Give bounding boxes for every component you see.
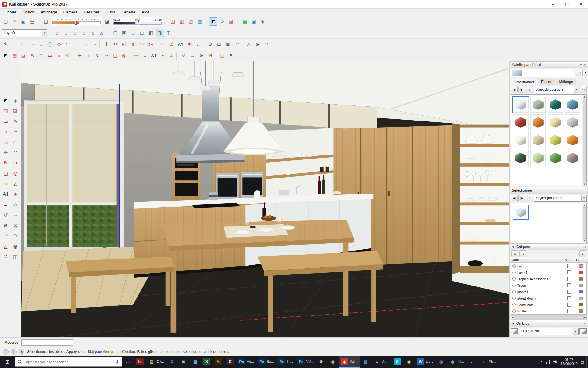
- layer-active-radio[interactable]: [512, 271, 516, 274]
- layer-active-radio[interactable]: [512, 309, 516, 313]
- dimension-icon[interactable]: ↔: [141, 52, 149, 60]
- follow-me-icon[interactable]: ↪: [138, 40, 146, 48]
- two-point-arc-icon[interactable]: ◝: [73, 40, 81, 48]
- zoom-window-icon[interactable]: ⊞: [215, 40, 223, 48]
- move-icon[interactable]: ✛: [102, 40, 111, 48]
- taskbar-app-icon[interactable]: ◆ Kal...: [339, 356, 360, 368]
- taskbar-app-icon[interactable]: ▨: [360, 356, 371, 368]
- taskbar-app-icon[interactable]: Ps Sa...: [256, 356, 276, 368]
- select-tool-icon[interactable]: ◤: [1, 96, 10, 105]
- remove-layer-button[interactable]: ⊖: [519, 250, 526, 257]
- section-cuts-icon[interactable]: ▥: [178, 17, 186, 26]
- status-help-icon[interactable]: ?: [3, 349, 9, 355]
- rectangle-icon[interactable]: ▭: [19, 40, 28, 48]
- layer-visible-checkbox[interactable]: [567, 296, 571, 300]
- menu-item[interactable]: Aide: [138, 9, 153, 15]
- layer-row[interactable]: Great Room: [511, 295, 586, 301]
- minimize-button[interactable]: –: [546, 0, 560, 8]
- back-button[interactable]: ◀: [511, 195, 518, 201]
- viewport-3d-scene[interactable]: [21, 61, 509, 337]
- layer-color-swatch[interactable]: [579, 309, 583, 313]
- eraser-icon[interactable]: ◪: [11, 106, 20, 116]
- section-plane-icon[interactable]: ◫: [218, 52, 226, 60]
- taskbar-app-icon[interactable]: ◍: [435, 356, 447, 368]
- orbit-icon[interactable]: ↺: [218, 17, 226, 26]
- taskbar-app-icon[interactable]: ◑ Ph...: [478, 356, 498, 368]
- chevron-down-icon[interactable]: ▼: [574, 86, 579, 93]
- menu-item[interactable]: Dessiner: [81, 9, 102, 15]
- layer-color-swatch[interactable]: [579, 303, 583, 306]
- 3d-text-icon[interactable]: A: [11, 200, 20, 209]
- layer-active-radio[interactable]: [512, 290, 516, 293]
- scroll-up-icon[interactable]: ∧: [584, 71, 587, 75]
- rotate-icon[interactable]: ↻: [93, 52, 102, 60]
- layer-color-swatch[interactable]: [579, 277, 583, 281]
- tab-selectionner[interactable]: Sélectionner: [511, 79, 537, 85]
- eraser-icon[interactable]: ◪: [19, 52, 28, 60]
- layer-visible-checkbox[interactable]: [567, 283, 571, 287]
- close-icon[interactable]: ✕: [583, 322, 586, 325]
- back-edges-icon[interactable]: ▨: [195, 17, 204, 26]
- open-icon[interactable]: ⊡: [10, 17, 19, 26]
- arc-icon[interactable]: ◠: [37, 52, 45, 60]
- arc-icon[interactable]: ◠: [11, 137, 20, 147]
- layer-row[interactable]: FormFonts: [511, 301, 586, 308]
- color-swatch[interactable]: [548, 150, 563, 166]
- line-tool-icon[interactable]: ✎: [28, 52, 36, 60]
- polygon-icon[interactable]: ◇: [1, 137, 10, 147]
- text-icon[interactable]: A1: [150, 52, 158, 60]
- color-swatch[interactable]: [565, 132, 581, 148]
- taskbar-search[interactable]: [15, 357, 122, 367]
- layer-row[interactable]: Layer0: [511, 263, 586, 269]
- forward-button[interactable]: ▶: [518, 195, 525, 201]
- taskbar-app-icon[interactable]: ▦: [189, 356, 201, 368]
- walk-icon[interactable]: ∷: [262, 40, 271, 48]
- divider[interactable]: [176, 52, 179, 60]
- axes-icon[interactable]: ✶: [185, 40, 194, 48]
- layer-active-radio[interactable]: [512, 284, 516, 287]
- zoom-icon[interactable]: ⊕: [197, 52, 205, 60]
- network-icon[interactable]: [546, 360, 550, 364]
- color-swatch[interactable]: [530, 114, 546, 130]
- menu-item[interactable]: Fichier: [1, 9, 19, 15]
- layer-row[interactable]: Bottle: [511, 308, 586, 314]
- taskbar-app-icon[interactable]: ◉: [403, 356, 415, 368]
- push-pull-icon[interactable]: ⇧: [11, 148, 20, 157]
- tape-measure-icon[interactable]: ↦: [132, 52, 140, 60]
- component-browser-icon[interactable]: ◈: [258, 17, 267, 26]
- colorset-dropdown[interactable]: Jeux de couleurs ▼: [534, 86, 579, 93]
- color-swatch[interactable]: [530, 97, 546, 113]
- palette-panel-header[interactable]: Palette par défaut ⌖ ✕: [510, 61, 588, 68]
- paint-bucket-icon[interactable]: ▨: [10, 52, 19, 60]
- zoom-extents-icon[interactable]: ⊠: [224, 40, 232, 48]
- divider[interactable]: [215, 52, 217, 60]
- axes-icon[interactable]: ✶: [11, 190, 20, 199]
- layer-row[interactable]: Trees: [511, 282, 586, 289]
- shadow-dialog-icon[interactable]: ◰: [42, 17, 50, 26]
- home-icon[interactable]: ⌂: [526, 195, 533, 201]
- menu-item[interactable]: Outils: [102, 9, 119, 15]
- home-icon[interactable]: ⌂: [526, 86, 533, 93]
- new-icon[interactable]: ▢: [2, 17, 10, 26]
- speaker-icon[interactable]: [553, 360, 558, 364]
- arc-icon[interactable]: ◠: [64, 40, 72, 48]
- color-swatch[interactable]: [548, 114, 563, 130]
- color-swatch[interactable]: [513, 150, 529, 166]
- layer-color-swatch[interactable]: [579, 284, 583, 287]
- layer-active-radio[interactable]: [512, 277, 516, 281]
- color-swatch[interactable]: [530, 132, 546, 148]
- section-plane-icon[interactable]: ◫: [11, 252, 20, 262]
- tape-measure-icon[interactable]: ↦: [159, 40, 167, 48]
- section-plane-icon[interactable]: ◫: [169, 17, 177, 26]
- taskbar-app-icon[interactable]: ◉ Hi...: [447, 356, 466, 368]
- push-pull-icon[interactable]: ⇧: [129, 40, 137, 48]
- shaded-style-icon[interactable]: ◧: [147, 29, 155, 37]
- layer-visible-checkbox[interactable]: [567, 303, 571, 307]
- color-swatch[interactable]: [565, 114, 581, 130]
- close-icon[interactable]: ✕: [583, 245, 586, 249]
- color-swatch[interactable]: [548, 97, 563, 113]
- taskbar-clock[interactable]: 01:07 16/06/2019: [561, 358, 578, 366]
- taskbar-app-icon[interactable]: W tes...: [415, 356, 435, 368]
- close-icon[interactable]: ✕: [583, 63, 586, 67]
- menu-item[interactable]: Affichage: [38, 9, 60, 15]
